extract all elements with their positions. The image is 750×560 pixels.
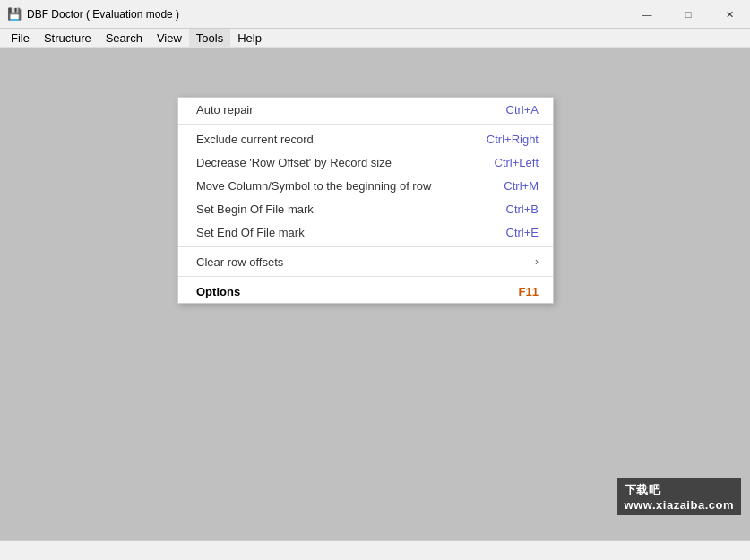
minimize-button[interactable]: —	[626, 0, 668, 29]
close-button[interactable]: ✕	[709, 0, 750, 29]
menu-view[interactable]: View	[150, 29, 189, 48]
auto-repair-shortcut: Ctrl+A	[506, 103, 539, 116]
main-content: Auto repair Ctrl+A Exclude current recor…	[0, 48, 750, 540]
title-bar-controls: — □ ✕	[626, 0, 750, 28]
separator-3	[178, 276, 553, 277]
submenu-arrow-icon: ›	[535, 255, 539, 268]
exclude-current-shortcut: Ctrl+Right	[487, 133, 539, 146]
set-end-label: Set End Of File mark	[196, 226, 305, 239]
title-bar-left: 💾 DBF Doctor ( Evaluation mode )	[0, 7, 179, 22]
options-shortcut: F11	[519, 285, 539, 298]
menu-file[interactable]: File	[4, 29, 37, 48]
watermark: 下载吧 www.xiazaiba.com	[617, 478, 741, 515]
clear-row-offsets-label: Clear row offsets	[196, 255, 283, 269]
separator-1	[178, 124, 553, 125]
menu-item-set-end[interactable]: Set End Of File mark Ctrl+E	[178, 220, 553, 244]
menu-item-options[interactable]: Options F11	[178, 280, 553, 303]
exclude-current-label: Exclude current record	[196, 133, 314, 146]
decrease-row-offset-label: Decrease 'Row Offset' by Record size	[196, 156, 392, 169]
decrease-row-offset-shortcut: Ctrl+Left	[495, 156, 539, 169]
maximize-button[interactable]: □	[668, 0, 709, 29]
move-column-label: Move Column/Symbol to the beginning of r…	[196, 179, 431, 193]
menu-item-clear-row-offsets[interactable]: Clear row offsets ›	[178, 250, 553, 273]
options-label: Options	[196, 285, 240, 298]
set-begin-shortcut: Ctrl+B	[506, 202, 539, 216]
menu-structure[interactable]: Structure	[37, 29, 99, 48]
title-bar: 💾 DBF Doctor ( Evaluation mode ) — □ ✕	[0, 0, 750, 29]
set-begin-label: Set Begin Of File mark	[196, 202, 314, 216]
tools-dropdown-menu: Auto repair Ctrl+A Exclude current recor…	[177, 97, 554, 304]
menu-bar: File Structure Search View Tools Help	[0, 29, 750, 48]
auto-repair-label: Auto repair	[196, 103, 254, 116]
move-column-shortcut: Ctrl+M	[504, 179, 539, 193]
app-icon: 💾	[7, 7, 22, 22]
menu-item-auto-repair[interactable]: Auto repair Ctrl+A	[178, 98, 553, 121]
menu-item-decrease-row-offset[interactable]: Decrease 'Row Offset' by Record size Ctr…	[178, 151, 553, 174]
menu-help[interactable]: Help	[230, 29, 269, 48]
status-bar	[0, 540, 750, 560]
menu-search[interactable]: Search	[99, 29, 150, 48]
watermark-line2: www.xiazaiba.com	[625, 498, 734, 512]
menu-item-move-column[interactable]: Move Column/Symbol to the beginning of r…	[178, 174, 553, 197]
separator-2	[178, 246, 553, 247]
menu-item-set-begin[interactable]: Set Begin Of File mark Ctrl+B	[178, 197, 553, 220]
set-end-shortcut: Ctrl+E	[506, 226, 539, 239]
window-title: DBF Doctor ( Evaluation mode )	[27, 8, 179, 21]
watermark-line1: 下载吧	[625, 482, 734, 498]
menu-item-exclude-current[interactable]: Exclude current record Ctrl+Right	[178, 127, 553, 151]
menu-tools[interactable]: Tools	[189, 29, 230, 48]
